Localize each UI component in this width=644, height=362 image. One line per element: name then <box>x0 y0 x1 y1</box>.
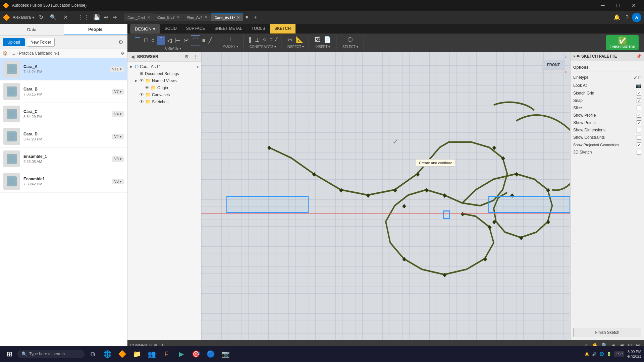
constraints-parallel-btn[interactable]: ∥ <box>247 35 253 44</box>
finish-sketch-bottom-button[interactable]: Finish Sketch <box>573 328 641 337</box>
user-avatar[interactable]: A <box>632 13 641 22</box>
show-dimensions-checkbox[interactable] <box>637 128 641 132</box>
taskbar-app7[interactable]: 🎯 <box>189 347 203 361</box>
taskbar-app6[interactable]: ▶ <box>174 347 188 361</box>
redo-button[interactable]: ↪ <box>110 13 119 22</box>
browser-canvases[interactable]: 👁 📁 Canvases <box>127 91 201 98</box>
new-tab-button[interactable]: ＋ <box>251 12 260 22</box>
browser-sketches[interactable]: 👁 📁 Sketches <box>127 98 201 105</box>
constraints-tang-btn[interactable]: ∕ <box>275 36 278 44</box>
tab-tools[interactable]: TOOLS <box>247 24 270 34</box>
finish-sketch-button[interactable]: ✅ FINISH SKETCH <box>606 35 639 50</box>
search-button[interactable]: 🔍 <box>48 13 59 22</box>
taskbar-fusion[interactable]: 🔶 <box>115 347 129 361</box>
settings-button[interactable]: ⚙ <box>117 38 124 47</box>
file-version[interactable]: V11 ▾ <box>110 66 124 72</box>
tab-sheet-metal[interactable]: SHEET METAL <box>210 24 247 34</box>
design-dropdown[interactable]: DESIGN ▾ <box>130 24 160 34</box>
snap-checkbox[interactable]: ✓ <box>637 98 641 103</box>
minimize-button[interactable]: ─ <box>595 0 610 11</box>
tab-overflow-button[interactable]: ▾ <box>244 13 250 22</box>
browser-origin[interactable]: 👁 📁 Origin <box>127 84 201 91</box>
constraints-perp-btn[interactable]: ⊥ <box>254 36 261 44</box>
breadcrumb-home[interactable]: 🏠 <box>3 51 8 56</box>
taskbar-app8[interactable]: 🔵 <box>204 347 217 361</box>
palette-pin-button[interactable]: 📌 <box>636 54 641 59</box>
sketch-offset-btn[interactable]: ≡ <box>201 37 207 45</box>
taskbar-app5[interactable]: F <box>160 347 173 361</box>
tab-plan-a[interactable]: Plan_Av4 ✕ <box>183 14 211 21</box>
taskbar-app9[interactable]: 📷 <box>219 347 232 361</box>
tab-surface[interactable]: SURFACE <box>181 24 210 34</box>
browser-doc-settings[interactable]: ⚙ Document Settings <box>127 70 201 77</box>
breadcrumb-project[interactable]: Práctica Calificado nº1 <box>19 51 59 56</box>
browser-more-button[interactable]: ⋮ <box>192 53 199 60</box>
taskbar-explorer[interactable]: 📁 <box>130 347 144 361</box>
file-item-cara_a[interactable]: Cara_A 7:41:24 PM V11 ▾ <box>0 58 127 80</box>
select-btn[interactable]: ⬡ <box>346 35 354 44</box>
save-button[interactable]: 💾 <box>91 13 102 22</box>
browser-collapse-button[interactable]: ◀ <box>129 53 136 60</box>
sketch-mirror-btn[interactable]: ╱ <box>207 36 213 45</box>
file-item-ensamble_1[interactable]: Ensamble_1 9:23:05 AM V3 ▾ <box>0 148 127 170</box>
notifications-button[interactable]: 🔔 <box>611 13 622 22</box>
taskbar-teams[interactable]: 👥 <box>145 347 158 361</box>
show-points-checkbox[interactable]: ✓ <box>637 120 641 125</box>
browser-settings-button[interactable]: ⚙ <box>183 53 190 60</box>
inspect-section-btn[interactable]: 📐 <box>294 35 305 44</box>
tab-cara-c[interactable]: Cara_C.v4 ✕ <box>124 13 154 21</box>
sketch-arc-btn[interactable]: ⌒ <box>157 36 165 45</box>
constraints-eq-btn[interactable]: = <box>268 36 274 44</box>
linetype-icon2-button[interactable]: □ <box>639 75 641 80</box>
file-version[interactable]: V7 ▾ <box>112 89 124 95</box>
tab-people[interactable]: People <box>64 24 127 35</box>
workspace-icon[interactable]: ⚙ <box>121 51 124 56</box>
file-version[interactable]: V3 ▾ <box>112 179 124 184</box>
undo-button[interactable]: ↩ <box>102 13 110 22</box>
sketch-line2-btn[interactable]: ⊢ <box>174 36 182 45</box>
sketch-line-btn[interactable]: ⌒ <box>133 35 142 46</box>
3d-sketch-checkbox[interactable] <box>637 150 641 155</box>
viewcube-front[interactable]: FRONT <box>542 60 565 70</box>
upload-button[interactable]: Upload <box>3 38 25 46</box>
show-constraints-checkbox[interactable] <box>637 135 641 140</box>
tab-solid[interactable]: SOLID <box>160 24 181 34</box>
start-button[interactable]: ⊞ <box>3 347 16 361</box>
file-item-cara_d[interactable]: Cara_D 3:47:23 PM V4 ▾ <box>0 125 127 148</box>
sketch-poly-btn[interactable]: ◁ <box>166 36 173 45</box>
inspect-measure-btn[interactable]: ⇿ <box>286 35 294 44</box>
sketch-grid-checkbox[interactable]: ✓ <box>637 91 641 96</box>
modify-stretch-btn[interactable]: ⟂ <box>227 35 233 44</box>
file-item-cara_b[interactable]: Cara_B 7:06:15 PM V7 ▾ <box>0 80 127 103</box>
tab-data[interactable]: Data <box>0 24 64 35</box>
tab-cara-c-close[interactable]: ✕ <box>147 15 150 20</box>
breadcrumb-dots[interactable]: ... <box>12 51 15 56</box>
taskbar-search[interactable]: 🔍 Type here to search <box>17 350 85 358</box>
tab-cara-b-close[interactable]: ✕ <box>177 15 180 19</box>
file-item-cara_c[interactable]: Cara_C 3:54:29 PM V4 ▾ <box>0 103 127 125</box>
help-button[interactable]: ? <box>624 13 631 22</box>
insert-image-btn[interactable]: 🖼 <box>313 35 322 44</box>
canvas-area[interactable]: Create and continue ✓ Z FRONT <box>201 52 570 340</box>
taskbar-edge[interactable]: 🌐 <box>101 347 114 361</box>
look-at-button[interactable]: 📷 <box>636 83 641 88</box>
browser-named-views[interactable]: ▶ 👁 📁 Named Views <box>127 77 201 84</box>
slice-checkbox[interactable] <box>637 106 641 110</box>
close-nav-button[interactable]: ✕ <box>61 13 70 22</box>
refresh-button[interactable]: ↻ <box>37 13 45 22</box>
palette-collapse-button[interactable]: ▾ <box>573 54 575 59</box>
constraints-coin-btn[interactable]: ○ <box>262 36 268 44</box>
file-version[interactable]: V4 ▾ <box>112 111 124 117</box>
maximize-button[interactable]: □ <box>610 0 626 11</box>
user-menu[interactable]: Alexandra ▾ <box>13 15 34 20</box>
file-version[interactable]: V3 ▾ <box>112 156 124 162</box>
tab-sketch[interactable]: SKETCH <box>270 24 296 34</box>
show-profile-checkbox[interactable]: ✓ <box>637 113 641 118</box>
file-item-ensamble1[interactable]: Ensamble1 7:33:42 PM V3 ▾ <box>0 170 127 193</box>
insert-dxf-btn[interactable]: 📄 <box>322 35 332 44</box>
tab-plan-a-close[interactable]: ✕ <box>205 15 208 19</box>
sketch-circle-btn[interactable]: ○ <box>150 36 156 45</box>
tab-cara-b[interactable]: Cara_B v7 ✕ <box>154 14 183 21</box>
sketch-rect-btn[interactable]: □ <box>143 36 149 45</box>
close-button[interactable]: ✕ <box>626 0 641 11</box>
